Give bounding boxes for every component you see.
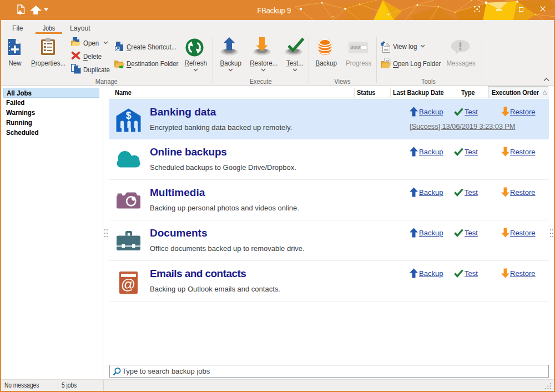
svg-text:@: @ (121, 276, 135, 293)
svg-text:$: $ (126, 110, 132, 121)
